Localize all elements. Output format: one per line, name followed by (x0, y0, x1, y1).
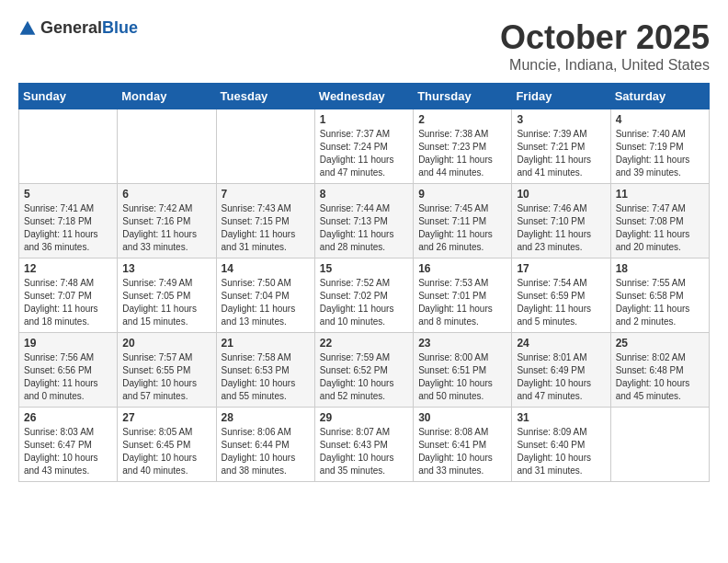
location-title: Muncie, Indiana, United States (500, 57, 710, 74)
day-info: Sunrise: 7:43 AM Sunset: 7:15 PM Dayligh… (222, 202, 310, 254)
calendar-week-row: 5Sunrise: 7:41 AM Sunset: 7:18 PM Daylig… (19, 184, 710, 259)
day-number: 27 (122, 411, 210, 424)
calendar-cell: 8Sunrise: 7:44 AM Sunset: 7:13 PM Daylig… (314, 184, 413, 259)
calendar-cell: 2Sunrise: 7:38 AM Sunset: 7:23 PM Daylig… (414, 109, 512, 184)
calendar-cell: 28Sunrise: 8:06 AM Sunset: 6:44 PM Dayli… (216, 408, 314, 482)
day-number: 9 (418, 188, 506, 201)
calendar-cell: 18Sunrise: 7:55 AM Sunset: 6:58 PM Dayli… (610, 259, 709, 333)
calendar-cell: 20Sunrise: 7:57 AM Sunset: 6:55 PM Dayli… (118, 333, 216, 408)
day-info: Sunrise: 7:50 AM Sunset: 7:04 PM Dayligh… (222, 277, 310, 328)
svg-marker-0 (20, 20, 36, 34)
title-block: October 2025 Muncie, Indiana, United Sta… (500, 18, 710, 74)
calendar-cell: 3Sunrise: 7:39 AM Sunset: 7:21 PM Daylig… (512, 109, 610, 184)
day-info: Sunrise: 7:38 AM Sunset: 7:23 PM Dayligh… (418, 128, 506, 179)
day-info: Sunrise: 7:37 AM Sunset: 7:24 PM Dayligh… (320, 128, 408, 179)
day-number: 17 (517, 262, 605, 275)
day-number: 21 (222, 337, 310, 350)
day-info: Sunrise: 7:48 AM Sunset: 7:07 PM Dayligh… (24, 277, 112, 328)
weekday-header: Monday (118, 84, 216, 109)
day-number: 28 (222, 411, 310, 424)
day-number: 24 (517, 337, 605, 350)
calendar-cell: 26Sunrise: 8:03 AM Sunset: 6:47 PM Dayli… (19, 408, 118, 482)
calendar-cell (19, 109, 118, 184)
calendar-cell: 25Sunrise: 8:02 AM Sunset: 6:48 PM Dayli… (610, 333, 709, 408)
day-number: 2 (418, 113, 506, 126)
day-number: 29 (320, 411, 408, 424)
day-info: Sunrise: 7:46 AM Sunset: 7:10 PM Dayligh… (517, 202, 605, 254)
calendar-cell: 16Sunrise: 7:53 AM Sunset: 7:01 PM Dayli… (414, 259, 512, 333)
day-number: 19 (24, 337, 112, 350)
day-info: Sunrise: 8:09 AM Sunset: 6:40 PM Dayligh… (517, 426, 605, 477)
day-info: Sunrise: 7:47 AM Sunset: 7:08 PM Dayligh… (616, 202, 704, 254)
day-info: Sunrise: 7:45 AM Sunset: 7:11 PM Dayligh… (418, 202, 506, 254)
day-number: 1 (320, 113, 408, 126)
weekday-header: Tuesday (216, 84, 314, 109)
day-number: 15 (320, 262, 408, 275)
weekday-header: Saturday (610, 84, 709, 109)
weekday-header: Wednesday (314, 84, 413, 109)
calendar-cell: 22Sunrise: 7:59 AM Sunset: 6:52 PM Dayli… (314, 333, 413, 408)
day-number: 14 (222, 262, 310, 275)
day-info: Sunrise: 7:39 AM Sunset: 7:21 PM Dayligh… (517, 128, 605, 179)
day-info: Sunrise: 8:05 AM Sunset: 6:45 PM Dayligh… (122, 426, 210, 477)
day-info: Sunrise: 7:40 AM Sunset: 7:19 PM Dayligh… (616, 128, 704, 179)
day-info: Sunrise: 7:57 AM Sunset: 6:55 PM Dayligh… (122, 351, 210, 403)
calendar-cell: 17Sunrise: 7:54 AM Sunset: 6:59 PM Dayli… (512, 259, 610, 333)
day-number: 31 (517, 411, 605, 424)
day-info: Sunrise: 7:53 AM Sunset: 7:01 PM Dayligh… (418, 277, 506, 328)
day-number: 25 (616, 337, 704, 350)
day-number: 11 (616, 188, 704, 201)
calendar-cell: 6Sunrise: 7:42 AM Sunset: 7:16 PM Daylig… (118, 184, 216, 259)
day-info: Sunrise: 8:01 AM Sunset: 6:49 PM Dayligh… (517, 351, 605, 403)
day-number: 7 (222, 188, 310, 201)
day-info: Sunrise: 7:42 AM Sunset: 7:16 PM Dayligh… (122, 202, 210, 254)
day-info: Sunrise: 7:56 AM Sunset: 6:56 PM Dayligh… (24, 351, 112, 403)
calendar-cell: 10Sunrise: 7:46 AM Sunset: 7:10 PM Dayli… (512, 184, 610, 259)
calendar-cell: 29Sunrise: 8:07 AM Sunset: 6:43 PM Dayli… (314, 408, 413, 482)
calendar-cell (610, 408, 709, 482)
day-number: 22 (320, 337, 408, 350)
day-info: Sunrise: 8:03 AM Sunset: 6:47 PM Dayligh… (24, 426, 112, 477)
page-header: GeneralBlue October 2025 Muncie, Indiana… (18, 18, 710, 74)
calendar-cell: 27Sunrise: 8:05 AM Sunset: 6:45 PM Dayli… (118, 408, 216, 482)
day-number: 23 (418, 337, 506, 350)
calendar-week-row: 19Sunrise: 7:56 AM Sunset: 6:56 PM Dayli… (19, 333, 710, 408)
calendar-table: SundayMondayTuesdayWednesdayThursdayFrid… (18, 83, 710, 482)
calendar-week-row: 26Sunrise: 8:03 AM Sunset: 6:47 PM Dayli… (19, 408, 710, 482)
day-info: Sunrise: 7:55 AM Sunset: 6:58 PM Dayligh… (616, 277, 704, 328)
calendar-cell: 13Sunrise: 7:49 AM Sunset: 7:05 PM Dayli… (118, 259, 216, 333)
day-number: 4 (616, 113, 704, 126)
calendar-cell: 30Sunrise: 8:08 AM Sunset: 6:41 PM Dayli… (414, 408, 512, 482)
day-info: Sunrise: 7:52 AM Sunset: 7:02 PM Dayligh… (320, 277, 408, 328)
day-number: 6 (122, 188, 210, 201)
day-number: 26 (24, 411, 112, 424)
day-info: Sunrise: 8:07 AM Sunset: 6:43 PM Dayligh… (320, 426, 408, 477)
calendar-cell: 11Sunrise: 7:47 AM Sunset: 7:08 PM Dayli… (610, 184, 709, 259)
logo: GeneralBlue (18, 18, 138, 38)
calendar-cell: 9Sunrise: 7:45 AM Sunset: 7:11 PM Daylig… (414, 184, 512, 259)
day-number: 30 (418, 411, 506, 424)
calendar-header-row: SundayMondayTuesdayWednesdayThursdayFrid… (19, 84, 710, 109)
day-number: 8 (320, 188, 408, 201)
calendar-cell: 15Sunrise: 7:52 AM Sunset: 7:02 PM Dayli… (314, 259, 413, 333)
calendar-cell: 23Sunrise: 8:00 AM Sunset: 6:51 PM Dayli… (414, 333, 512, 408)
day-number: 16 (418, 262, 506, 275)
calendar-cell: 7Sunrise: 7:43 AM Sunset: 7:15 PM Daylig… (216, 184, 314, 259)
calendar-cell: 24Sunrise: 8:01 AM Sunset: 6:49 PM Dayli… (512, 333, 610, 408)
day-number: 13 (122, 262, 210, 275)
day-info: Sunrise: 8:00 AM Sunset: 6:51 PM Dayligh… (418, 351, 506, 403)
day-info: Sunrise: 8:06 AM Sunset: 6:44 PM Dayligh… (222, 426, 310, 477)
day-info: Sunrise: 7:49 AM Sunset: 7:05 PM Dayligh… (122, 277, 210, 328)
day-info: Sunrise: 7:54 AM Sunset: 6:59 PM Dayligh… (517, 277, 605, 328)
day-number: 18 (616, 262, 704, 275)
calendar-week-row: 12Sunrise: 7:48 AM Sunset: 7:07 PM Dayli… (19, 259, 710, 333)
day-number: 20 (122, 337, 210, 350)
day-info: Sunrise: 8:02 AM Sunset: 6:48 PM Dayligh… (616, 351, 704, 403)
calendar-cell: 31Sunrise: 8:09 AM Sunset: 6:40 PM Dayli… (512, 408, 610, 482)
weekday-header: Sunday (19, 84, 118, 109)
calendar-cell (118, 109, 216, 184)
calendar-cell: 4Sunrise: 7:40 AM Sunset: 7:19 PM Daylig… (610, 109, 709, 184)
calendar-cell (216, 109, 314, 184)
weekday-header: Friday (512, 84, 610, 109)
calendar-cell: 12Sunrise: 7:48 AM Sunset: 7:07 PM Dayli… (19, 259, 118, 333)
